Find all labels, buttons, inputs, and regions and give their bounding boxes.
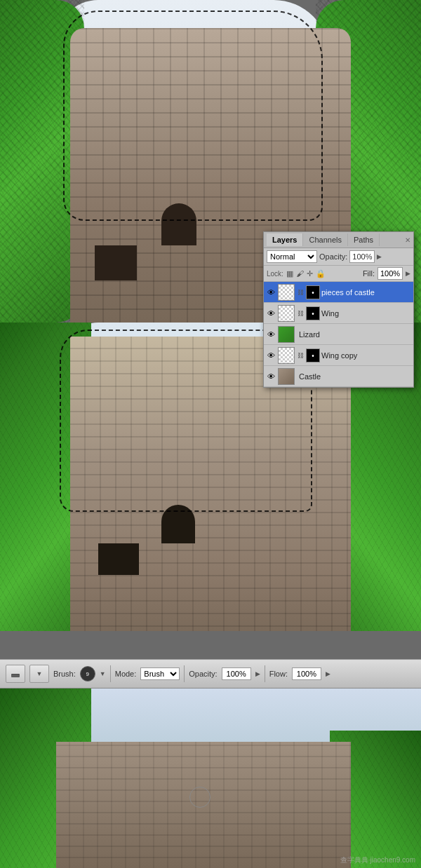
opacity-input[interactable]: [349, 250, 375, 263]
toolbar-separator-3: [265, 665, 265, 682]
layer-thumb-0: [278, 284, 295, 301]
toolbar-opacity-arrow[interactable]: ▶: [255, 670, 260, 677]
flow-input[interactable]: [292, 667, 321, 680]
eraser-tool-button[interactable]: [6, 665, 25, 683]
layer-name-0: pieces of castle: [321, 288, 412, 297]
castle-window-2: [95, 245, 137, 280]
fill-label: Fill:: [363, 269, 375, 278]
brush-label: Brush:: [53, 670, 76, 678]
lock-row: Lock: ▦ 🖌 ✛ 🔒 Fill: ▶: [264, 266, 413, 282]
toolbar-separator-1: [110, 665, 111, 682]
layer-name-4: Castle: [299, 372, 412, 381]
scene-window-2: [98, 543, 139, 575]
opacity-label: Opacity:: [319, 252, 347, 261]
toolbar-separator-2: [184, 665, 185, 682]
canvas-area: Layers Channels Paths ✕ Normal Opacity: …: [0, 0, 421, 673]
svg-rect-0: [11, 674, 20, 677]
toggle-tool-button[interactable]: ▼: [29, 665, 49, 683]
opacity-arrow[interactable]: ▶: [377, 253, 382, 260]
watermark: 查字典典·jiaochen9.com: [340, 855, 415, 865]
layer-link-0[interactable]: ⛓: [296, 287, 305, 298]
lock-position-icon[interactable]: ✛: [307, 269, 313, 278]
eye-icon-0[interactable]: 👁: [265, 287, 276, 298]
brush-preview[interactable]: 9: [80, 666, 95, 681]
layer-row-wing[interactable]: 👁 ⛓ Wing: [264, 303, 413, 324]
lock-transparent-icon[interactable]: ▦: [286, 269, 293, 278]
layer-name-3: Wing copy: [321, 351, 412, 360]
layer-mask-0: [306, 285, 320, 299]
layer-row-lizard[interactable]: 👁 Lizard: [264, 324, 413, 345]
brush-size-value: 9: [86, 671, 89, 677]
eye-icon-4[interactable]: 👁: [265, 371, 276, 382]
layer-thumb-4: [278, 368, 295, 385]
fill-input[interactable]: [377, 267, 403, 280]
final-canvas-section: [0, 689, 421, 868]
brush-arrow[interactable]: ▼: [100, 670, 106, 677]
flow-arrow[interactable]: ▶: [326, 670, 330, 677]
layer-link-1[interactable]: ⛓: [296, 308, 305, 319]
toolbar-strip: ▼ Brush: 9 ▼ Mode: Brush Opacity: ▶ Flow…: [0, 659, 421, 689]
layer-name-2: Lizard: [299, 330, 412, 339]
toolbar-opacity-input[interactable]: [222, 667, 251, 680]
layer-mask-1: [306, 306, 320, 320]
flow-label: Flow:: [269, 670, 288, 678]
layers-panel-header: Layers Channels Paths ✕: [264, 232, 413, 248]
layer-thumb-1: [278, 305, 295, 322]
layer-thumb-2: [278, 326, 295, 343]
eye-icon-1[interactable]: 👁: [265, 308, 276, 319]
panel-close-button[interactable]: ✕: [405, 236, 410, 244]
eye-icon-3[interactable]: 👁: [265, 350, 276, 361]
toolbar-opacity-label: Opacity:: [189, 670, 217, 678]
layer-link-3[interactable]: ⛓: [296, 350, 305, 361]
tab-paths[interactable]: Paths: [348, 233, 380, 246]
mode-select[interactable]: Brush: [140, 667, 180, 680]
blend-mode-select[interactable]: Normal: [267, 250, 317, 263]
selection-marquee: [63, 11, 323, 221]
lock-image-icon[interactable]: 🖌: [296, 269, 304, 278]
layer-row-castle[interactable]: 👁 Castle: [264, 366, 413, 387]
layer-thumb-3: [278, 347, 295, 364]
mode-label: Mode:: [115, 670, 137, 678]
tab-channels[interactable]: Channels: [303, 233, 347, 246]
layers-panel: Layers Channels Paths ✕ Normal Opacity: …: [263, 231, 414, 388]
tab-layers[interactable]: Layers: [267, 233, 303, 246]
lock-all-icon[interactable]: 🔒: [316, 269, 326, 278]
blend-mode-row: Normal Opacity: ▶: [264, 248, 413, 266]
layer-mask-3: [306, 348, 320, 362]
layer-name-1: Wing: [321, 309, 412, 318]
final-castle: [56, 742, 351, 868]
eye-icon-2[interactable]: 👁: [265, 329, 276, 340]
lock-label: Lock:: [267, 270, 283, 278]
fill-arrow[interactable]: ▶: [406, 270, 410, 277]
layer-row-pieces-of-castle[interactable]: 👁 ⛓ pieces of castle: [264, 282, 413, 303]
layer-row-wing-copy[interactable]: 👁 ⛓ Wing copy: [264, 345, 413, 366]
